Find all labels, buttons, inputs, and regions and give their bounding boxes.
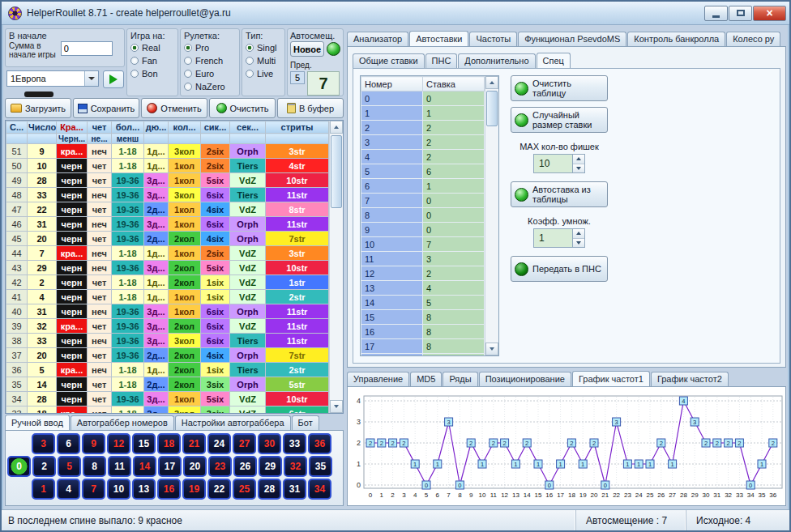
number-button-22[interactable]: 22 [207,479,231,500]
bet-row[interactable]: 32 [361,135,485,150]
number-button-13[interactable]: 13 [132,479,156,500]
bet-row[interactable]: 11 [361,106,485,121]
spin-row[interactable]: 519кра...неч1-181д...3кол2sixOrph3str [6,144,329,159]
max-chips-spinner[interactable]: 10 [533,154,585,173]
number-button-33[interactable]: 33 [283,433,306,454]
spin-row[interactable]: 3833черннеч19-363д...3кол6sixTiers11str [6,334,329,348]
bet-row[interactable]: 22 [361,121,485,135]
main-tab-2[interactable]: Частоты [469,32,517,46]
scroll-up-button[interactable] [485,76,498,89]
combo-dropdown-button[interactable] [84,71,98,86]
spin-row[interactable]: 3720чернчет19-362д...2кол4sixOrph7str [6,348,329,363]
chart-tab-3[interactable]: Позиционирование [479,372,571,386]
chart-tab-4[interactable]: График частот1 [572,371,650,386]
radio-pro[interactable]: Pro [184,41,236,54]
coef-spinner[interactable]: 1 [533,228,585,248]
input-tab-0[interactable]: Ручной ввод [5,415,70,430]
spin-row[interactable]: 4928чернчет19-363д...1кол5sixVdZ10str [6,173,329,188]
scroll-down-button[interactable] [330,400,343,413]
autobet-from-table-button[interactable]: Автоставка из таблицы [511,181,608,207]
minimize-button[interactable] [704,6,728,21]
chart-tab-1[interactable]: MD5 [410,372,442,386]
number-button-14[interactable]: 14 [133,456,156,477]
clear-table-button[interactable]: Очистить таблицу [511,75,608,101]
spin-row[interactable]: 3318кра...чет1-182д...3кол3sixVdZ6str [6,406,329,415]
number-button-4[interactable]: 4 [57,479,80,500]
input-tab-3[interactable]: Бот [292,415,319,430]
main-tab-4[interactable]: Контроль банкролла [627,32,725,46]
radio-singl[interactable]: Singl [246,41,281,54]
number-button-31[interactable]: 31 [283,479,306,500]
copy-buffer-button[interactable]: В буфер [277,98,344,118]
radio-multi[interactable]: Multi [246,54,281,67]
spin-up-button[interactable] [573,229,584,238]
spin-row[interactable]: 365кра...неч1-181д...2кол1sixTiers2str [6,363,329,377]
bet-row[interactable]: 168 [361,325,485,339]
number-button-18[interactable]: 18 [157,433,181,454]
number-button-23[interactable]: 23 [208,456,232,477]
bet-row[interactable]: 178 [361,339,485,354]
scroll-track[interactable] [485,89,498,343]
bets-tab-1[interactable]: ПНС [425,53,458,68]
send-to-pns-button[interactable]: Передать в ПНС [511,256,608,282]
number-button-9[interactable]: 9 [82,433,105,454]
number-button-17[interactable]: 17 [158,456,182,477]
number-button-36[interactable]: 36 [308,433,331,454]
number-button-35[interactable]: 35 [309,456,332,477]
spin-row[interactable]: 4631черннеч19-363д...1кол6sixOrph11str [6,217,329,232]
bet-row[interactable]: 158 [361,310,485,325]
scroll-up-button[interactable] [330,121,343,134]
number-button-30[interactable]: 30 [258,433,281,454]
bet-row[interactable]: 56 [361,164,485,179]
spin-row[interactable]: 3428чернчет19-363д...1кол5sixVdZ10str [6,392,329,406]
chart-tab-2[interactable]: Ряды [443,372,477,386]
spin-row[interactable]: 4520чернчет19-362д...2кол4sixOrph7str [6,232,329,246]
chart-tab-0[interactable]: Управление [347,372,409,386]
spin-up-button[interactable] [573,155,584,164]
number-button-7[interactable]: 7 [82,479,105,500]
number-button-21[interactable]: 21 [182,433,206,454]
spin-row[interactable]: 4833черннеч19-363д...3кол6sixTiers11str [6,188,329,202]
number-button-26[interactable]: 26 [233,456,257,477]
new-autoshift-button[interactable]: Новое [290,41,324,57]
number-button-15[interactable]: 15 [132,433,156,454]
bet-row[interactable]: 189 [361,354,485,357]
number-button-12[interactable]: 12 [107,433,130,454]
number-button-24[interactable]: 24 [207,433,231,454]
bet-row[interactable]: 42 [361,150,485,164]
radio-fan[interactable]: Fan [130,54,174,67]
scroll-thumb[interactable] [486,91,498,126]
bets-tab-3[interactable]: Спец [537,53,571,68]
number-button-29[interactable]: 29 [259,456,282,477]
number-button-3[interactable]: 3 [32,433,55,454]
bet-row[interactable]: 90 [361,223,485,237]
number-button-34[interactable]: 34 [308,479,331,500]
number-button-16[interactable]: 16 [157,479,181,500]
main-tab-5[interactable]: Колесо ру [726,32,780,46]
number-button-19[interactable]: 19 [182,479,206,500]
number-button-0[interactable]: 0 [7,456,31,477]
game-select[interactable]: 1Европа [6,70,99,87]
bet-row[interactable]: 107 [361,237,485,252]
bets-tab-2[interactable]: Дополнительно [458,53,535,68]
main-tab-3[interactable]: Функционал PsevdoMS [518,32,626,46]
load-button[interactable]: Загрузить [5,98,71,118]
bet-row[interactable]: 80 [361,208,485,223]
number-button-28[interactable]: 28 [258,479,281,500]
main-tab-1[interactable]: Автоставки [409,31,468,46]
number-button-1[interactable]: 1 [32,479,55,500]
bets-tab-0[interactable]: Общие ставки [353,53,425,68]
bet-row[interactable]: 61 [361,179,485,194]
number-button-8[interactable]: 8 [83,456,106,477]
start-button[interactable] [103,70,124,88]
number-button-5[interactable]: 5 [58,456,81,477]
save-button[interactable]: Сохранить [73,98,139,118]
number-button-10[interactable]: 10 [107,479,130,500]
radio-live[interactable]: Live [246,67,281,80]
spin-row[interactable]: 422чернчет1-181д...2кол1sixVdZ1str [6,275,329,290]
spins-scrollbar[interactable] [329,121,343,413]
start-sum-input[interactable] [61,41,113,56]
close-button[interactable]: × [753,6,786,21]
input-tab-1[interactable]: Автограббер номеров [71,415,174,430]
number-button-2[interactable]: 2 [32,456,56,477]
